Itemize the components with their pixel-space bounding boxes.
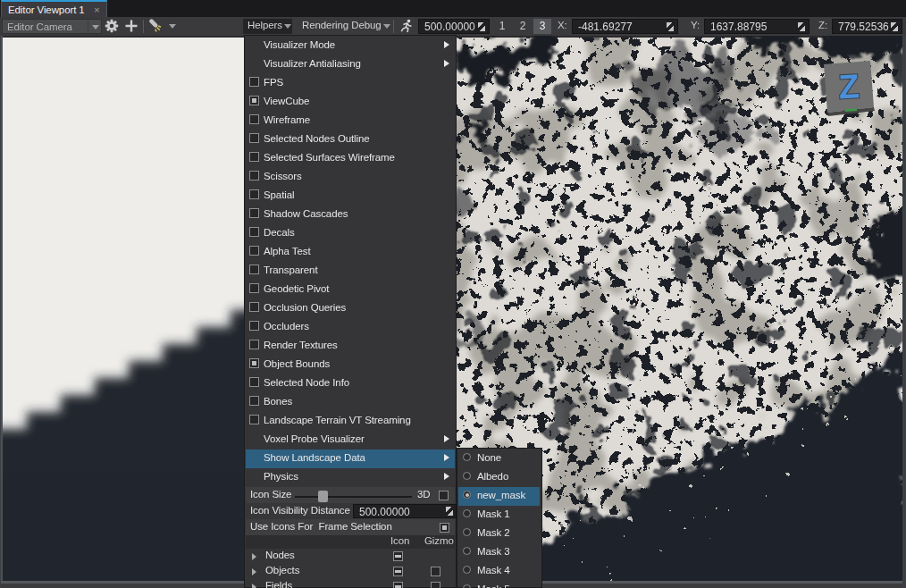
svg-text:Z: Z xyxy=(837,67,860,105)
